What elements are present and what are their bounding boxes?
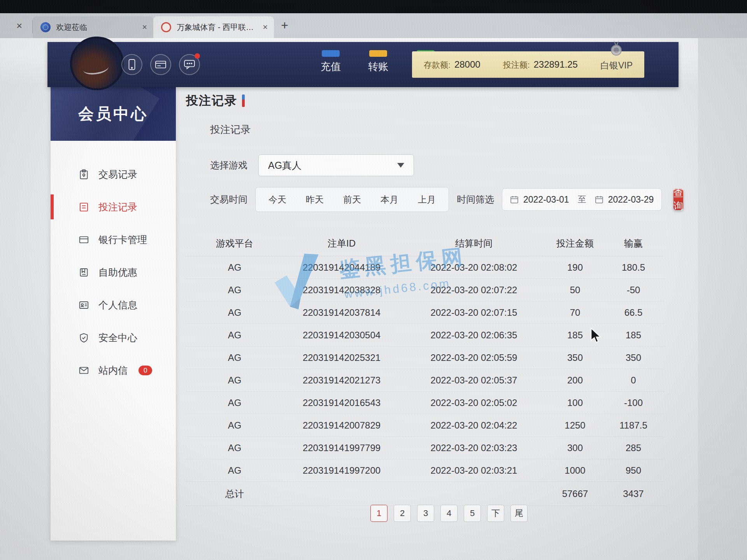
sidebar-item-personal-info[interactable]: 个人信息 bbox=[51, 289, 176, 321]
page-5-button[interactable]: 5 bbox=[464, 505, 481, 522]
calendar-icon bbox=[595, 195, 603, 204]
chevron-down-icon bbox=[397, 163, 404, 168]
cell-bet-amount: 185 bbox=[548, 330, 602, 341]
deposit-label: 存款额: bbox=[424, 60, 451, 70]
time-filter-label: 交易时间 bbox=[210, 193, 247, 206]
col-settle-time: 结算时间 bbox=[400, 237, 548, 250]
date-from-input[interactable]: 2022-03-01 bbox=[510, 194, 569, 205]
game-select-label: 选择游戏 bbox=[210, 159, 247, 172]
sidebar-item-label: 投注记录 bbox=[98, 201, 137, 214]
sidebar-item-bank-cards[interactable]: 银行卡管理 bbox=[51, 223, 176, 256]
browser-tabbar: × 欢迎莅临 × 万象城体育 - 西甲联赛及意甲罗 × + bbox=[0, 13, 747, 38]
calendar-icon bbox=[510, 195, 519, 204]
cell-bet-amount: 50 bbox=[548, 285, 602, 296]
topbar-icons bbox=[121, 54, 200, 75]
col-winloss: 输赢 bbox=[602, 237, 665, 250]
tab-bet-records[interactable]: 投注记录 bbox=[210, 123, 680, 136]
table-row: AG 220319142007829 2022-03-20 02:04:22 1… bbox=[186, 414, 665, 437]
total-label: 总计 bbox=[186, 488, 283, 500]
total-winloss: 3437 bbox=[602, 488, 665, 499]
cell-bet-amount: 350 bbox=[548, 352, 602, 363]
total-bet-amount: 57667 bbox=[548, 488, 602, 499]
browser-tab-welcome[interactable]: 欢迎莅临 × bbox=[33, 16, 153, 38]
cell-winloss: 950 bbox=[602, 465, 665, 476]
medal-icon bbox=[608, 40, 624, 60]
close-icon[interactable]: × bbox=[142, 22, 147, 32]
sidebar-item-transaction-records[interactable]: 交易记录 bbox=[51, 158, 176, 191]
mail-icon bbox=[79, 365, 89, 376]
game-select-value: AG真人 bbox=[268, 159, 302, 172]
cell-winloss: 350 bbox=[602, 352, 665, 363]
page-4-button[interactable]: 4 bbox=[440, 505, 458, 522]
sidebar-item-label: 自助优惠 bbox=[98, 266, 137, 279]
quick-today-button[interactable]: 今天 bbox=[260, 190, 295, 209]
screen: × 欢迎莅临 × 万象城体育 - 西甲联赛及意甲罗 × + bbox=[0, 0, 747, 560]
page-1-button[interactable]: 1 bbox=[370, 505, 388, 522]
cell-bet-id: 220319142025321 bbox=[283, 352, 400, 363]
deposit-value: 28000 bbox=[454, 59, 480, 70]
quick-thismonth-button[interactable]: 本月 bbox=[372, 190, 407, 209]
cell-winloss: 285 bbox=[602, 443, 665, 453]
page-3-button[interactable]: 3 bbox=[417, 505, 434, 522]
nav-label: 充值 bbox=[321, 61, 341, 72]
sidebar-item-label: 交易记录 bbox=[98, 168, 137, 181]
cell-bet-amount: 70 bbox=[548, 307, 602, 318]
sidebar-item-label: 站内信 bbox=[98, 364, 128, 377]
site-logo bbox=[70, 37, 124, 90]
quick-daybefore-button[interactable]: 前天 bbox=[334, 190, 370, 209]
sidebar-item-bet-records[interactable]: 投注记录 bbox=[51, 191, 176, 223]
cell-platform: AG bbox=[186, 465, 283, 476]
document-icon bbox=[79, 202, 89, 212]
search-button[interactable]: 查询 bbox=[673, 189, 683, 210]
cell-platform: AG bbox=[186, 262, 283, 273]
chat-message-icon[interactable] bbox=[179, 54, 200, 75]
bank-card-icon[interactable] bbox=[150, 54, 171, 75]
cell-bet-amount: 1000 bbox=[548, 465, 602, 476]
shield-check-icon bbox=[79, 332, 89, 343]
page-2-button[interactable]: 2 bbox=[394, 505, 411, 522]
sidebar-item-self-promo[interactable]: 自助优惠 bbox=[51, 256, 176, 289]
game-select[interactable]: AG真人 bbox=[258, 154, 414, 176]
new-tab-button[interactable]: + bbox=[281, 18, 288, 33]
nav-deposit[interactable]: 充值 bbox=[314, 56, 347, 74]
bet-value: 232891.25 bbox=[533, 59, 577, 70]
clipboard-icon bbox=[79, 169, 89, 180]
bet-label: 投注额: bbox=[503, 60, 530, 70]
date-from-value: 2022-03-01 bbox=[523, 194, 569, 205]
table-header-row: 游戏平台 注单ID 结算时间 投注金额 输赢 bbox=[186, 231, 665, 256]
cell-settle-time: 2022-03-20 02:05:59 bbox=[400, 352, 548, 363]
sidebar-item-label: 安全中心 bbox=[98, 331, 137, 344]
balance-panel: 存款额: 28000 投注额: 232891.25 白银VIP bbox=[412, 51, 644, 78]
cell-bet-id: 220319142038328 bbox=[283, 285, 400, 296]
close-icon[interactable]: × bbox=[263, 22, 268, 32]
cell-bet-id: 220319142037814 bbox=[283, 307, 400, 318]
close-icon[interactable]: × bbox=[16, 20, 22, 32]
cell-platform: AG bbox=[186, 330, 283, 341]
page-last-button[interactable]: 尾 bbox=[510, 505, 528, 522]
page-next-button[interactable]: 下 bbox=[487, 505, 504, 522]
quick-range-group: 今天 昨天 前天 本月 上月 bbox=[255, 187, 449, 212]
col-bet-id: 注单ID bbox=[283, 237, 400, 250]
mobile-app-icon[interactable] bbox=[121, 54, 142, 75]
sidebar-item-inbox[interactable]: 站内信 0 bbox=[51, 354, 176, 387]
cell-bet-id: 220319141997200 bbox=[283, 465, 400, 476]
cell-platform: AG bbox=[186, 420, 283, 431]
sidebar-item-security-center[interactable]: 安全中心 bbox=[51, 321, 176, 354]
pagination: 1 2 3 4 5 下 尾 bbox=[370, 505, 528, 522]
quick-lastmonth-button[interactable]: 上月 bbox=[409, 190, 445, 209]
cell-settle-time: 2022-03-20 02:05:02 bbox=[400, 397, 548, 408]
nav-transfer[interactable]: 转账 bbox=[362, 56, 395, 74]
cell-winloss: -100 bbox=[602, 397, 665, 408]
table-row: AG 220319141997799 2022-03-20 02:03:23 3… bbox=[186, 437, 665, 459]
cell-bet-id: 220319142021273 bbox=[283, 375, 400, 386]
cell-platform: AG bbox=[186, 352, 283, 363]
cell-settle-time: 2022-03-20 02:08:02 bbox=[400, 262, 548, 273]
browser-tab-sports[interactable]: 万象城体育 - 西甲联赛及意甲罗 × bbox=[153, 16, 274, 38]
cell-winloss: 1187.5 bbox=[602, 420, 665, 431]
col-bet-amount: 投注金额 bbox=[548, 237, 602, 250]
quick-yesterday-button[interactable]: 昨天 bbox=[297, 190, 333, 209]
date-to-input[interactable]: 2022-03-29 bbox=[595, 194, 654, 205]
table-row: AG 220319142037814 2022-03-20 02:07:15 7… bbox=[186, 301, 665, 324]
cell-bet-id: 220319142044189 bbox=[283, 262, 400, 273]
table-row: AG 220319142044189 2022-03-20 02:08:02 1… bbox=[186, 256, 665, 279]
